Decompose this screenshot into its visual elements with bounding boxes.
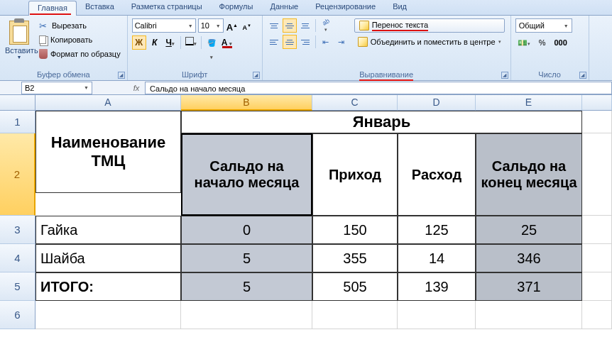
cell-e4[interactable]: 346 (476, 244, 582, 272)
merge-center-button[interactable]: Объединить и поместить в центре ▾ (354, 35, 505, 49)
cell-e5[interactable]: 371 (476, 272, 582, 301)
cut-button[interactable]: ✂ Вырезать (37, 18, 123, 33)
cell-a4[interactable]: Шайба (35, 244, 181, 272)
dialog-launcher-icon[interactable]: ◢ (253, 72, 260, 79)
cell-c3[interactable]: 150 (312, 216, 398, 244)
dialog-launcher-icon[interactable]: ◢ (118, 72, 125, 79)
select-all-corner[interactable] (0, 95, 35, 111)
cell-d3[interactable]: 125 (398, 216, 476, 244)
cell-a1[interactable]: Наименование ТМЦ (35, 111, 181, 193)
decrease-indent-button[interactable]: ⇤ (319, 35, 333, 49)
number-format-select[interactable]: Общий ▼ (515, 18, 572, 33)
tab-label: Рецензирование (315, 2, 376, 11)
formula-input[interactable]: Сальдо на начало месяца (145, 82, 612, 94)
tab-label: Главная (38, 4, 67, 12)
increase-indent-icon: ⇥ (338, 38, 344, 47)
underline-button[interactable]: Ч▾ (163, 35, 177, 50)
chevron-down-icon: ▾ (229, 41, 232, 46)
percent-button[interactable]: % (534, 35, 551, 50)
cell-b3[interactable]: 0 (181, 216, 312, 244)
paste-button[interactable]: Вставить ▼ (4, 18, 34, 65)
row-header-3[interactable]: 3 (0, 216, 35, 244)
font-color-button[interactable]: A ▾ (220, 35, 234, 50)
col-header-a[interactable]: A (35, 95, 181, 111)
borders-button[interactable]: ▾ (184, 35, 198, 50)
cell-e2[interactable]: Сальдо на конец месяца (476, 133, 582, 216)
tab-review[interactable]: Рецензирование (307, 0, 384, 15)
tab-insert[interactable]: Вставка (77, 0, 123, 15)
increase-indent-button[interactable]: ⇥ (334, 35, 349, 49)
cell-d5[interactable]: 139 (398, 272, 476, 301)
col-header-e[interactable]: E (476, 95, 582, 111)
grow-font-button[interactable]: A▲ (226, 19, 239, 32)
row-header-1[interactable]: 1 (0, 111, 35, 133)
cut-label: Вырезать (52, 21, 87, 30)
bold-button[interactable]: Ж (132, 35, 146, 50)
copy-button[interactable]: Копировать (37, 33, 123, 47)
chevron-down-icon: ▼ (84, 85, 89, 90)
tab-pagelayout[interactable]: Разметка страницы (123, 0, 211, 15)
row-header-2[interactable]: 2 (0, 133, 35, 216)
orientation-button[interactable]: ab▾ (319, 18, 333, 33)
format-painter-label: Формат по образцу (50, 50, 121, 58)
font-name-select[interactable]: Calibri ▼ (132, 18, 196, 33)
tab-view[interactable]: Вид (384, 0, 415, 15)
group-font: Calibri ▼ 10 ▼ A▲ A▼ Ж К Ч▾ ▾ 🪣 ▾ A ▾ (128, 16, 263, 80)
cell-b2[interactable]: Сальдо на начало месяца (181, 133, 312, 216)
fill-color-button[interactable]: 🪣 ▾ (204, 35, 219, 50)
cell-c6[interactable] (312, 301, 398, 329)
cell-b5[interactable]: 5 (181, 272, 312, 301)
cell-f3[interactable] (582, 216, 612, 244)
cell-d6[interactable] (398, 301, 476, 329)
cell-f1[interactable] (582, 111, 612, 133)
cell-c4[interactable]: 355 (312, 244, 398, 272)
chevron-down-icon: ▾ (324, 27, 327, 33)
row-header-5[interactable]: 5 (0, 272, 35, 301)
cell-f4[interactable] (582, 244, 612, 272)
cell-e6[interactable] (476, 301, 582, 329)
col-header-f[interactable] (582, 95, 612, 111)
align-left-button[interactable] (267, 35, 281, 49)
row-header-6[interactable]: 6 (0, 301, 35, 329)
col-header-b[interactable]: B (181, 95, 312, 111)
tab-data[interactable]: Данные (261, 0, 307, 15)
cell-b1[interactable]: Январь (181, 111, 582, 133)
cell-a5[interactable]: ИТОГО: (35, 272, 181, 301)
italic-button[interactable]: К (148, 35, 162, 50)
align-right-button[interactable] (298, 35, 312, 49)
comma-button[interactable]: 000 (552, 35, 569, 50)
align-bottom-button[interactable] (298, 18, 312, 33)
format-painter-button[interactable]: Формат по образцу (37, 47, 123, 61)
align-middle-button[interactable] (283, 18, 297, 33)
cell-d2[interactable]: Расход (398, 133, 476, 216)
align-top-button[interactable] (267, 18, 281, 33)
row-header-4[interactable]: 4 (0, 244, 35, 272)
dialog-launcher-icon[interactable]: ◢ (501, 72, 508, 79)
borders-icon (185, 37, 194, 45)
cell-f5[interactable] (582, 272, 612, 301)
chevron-down-icon: ▼ (188, 23, 193, 28)
cell-d4[interactable]: 14 (398, 244, 476, 272)
cell-b4[interactable]: 5 (181, 244, 312, 272)
cell-c5[interactable]: 505 (312, 272, 398, 301)
currency-button[interactable]: 💵▾ (515, 35, 532, 50)
cell-b6[interactable] (181, 301, 312, 329)
cell-c2[interactable]: Приход (312, 133, 398, 216)
dialog-launcher-icon[interactable]: ◢ (579, 72, 586, 79)
fx-icon[interactable]: fx (128, 84, 145, 92)
tab-formulas[interactable]: Формулы (211, 0, 262, 15)
name-box[interactable]: B2 ▼ (21, 82, 92, 94)
cell-f2[interactable] (582, 133, 612, 216)
spreadsheet-grid[interactable]: A B C D E 1 Наименование ТМЦ Январь 2 Са… (0, 95, 612, 329)
wrap-text-button[interactable]: Перенос текста (354, 18, 505, 33)
font-size-select[interactable]: 10 ▼ (198, 18, 224, 33)
col-header-d[interactable]: D (398, 95, 476, 111)
col-header-c[interactable]: C (312, 95, 398, 111)
cell-f6[interactable] (582, 301, 612, 329)
shrink-font-button[interactable]: A▼ (241, 19, 253, 32)
cell-a3[interactable]: Гайка (35, 216, 181, 244)
brush-icon (39, 49, 48, 59)
align-center-button[interactable] (283, 35, 297, 49)
cell-a6[interactable] (35, 301, 181, 329)
cell-e3[interactable]: 25 (476, 216, 582, 244)
